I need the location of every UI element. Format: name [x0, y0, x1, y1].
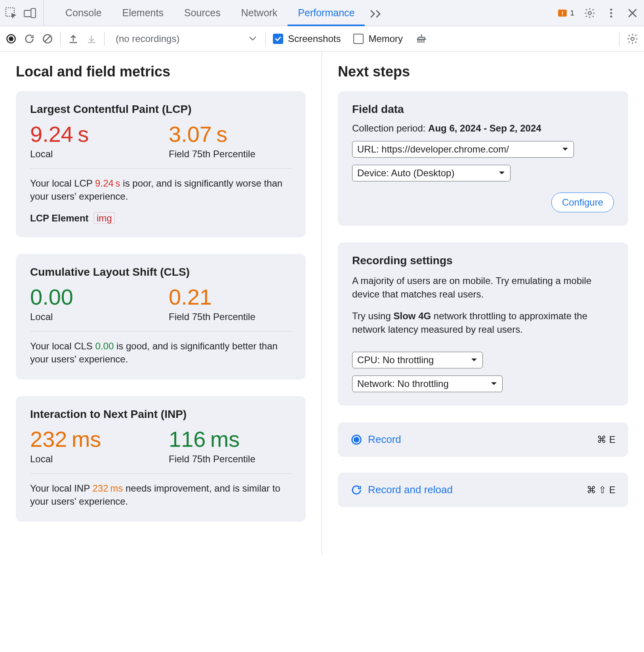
- tabbar-right: 1: [557, 7, 638, 19]
- field-data-title: Field data: [352, 103, 614, 116]
- devtools-tabs: Console Elements Sources Network Perform…: [55, 0, 365, 26]
- metrics-column: Local and field metrics Largest Contentf…: [0, 51, 322, 554]
- lcp-field-value: 3.07 s: [169, 123, 280, 146]
- next-steps-heading: Next steps: [338, 63, 628, 80]
- chevron-down-icon: [249, 36, 257, 42]
- inp-card: Interaction to Next Paint (INP) 232 ms L…: [16, 396, 306, 522]
- record-reload-shortcut: ⌘ ⇧ E: [587, 484, 615, 496]
- svg-point-8: [610, 12, 612, 14]
- tabbar-left-tools: [5, 0, 44, 26]
- cls-field-value: 0.21: [169, 286, 280, 309]
- recording-desc-2: Try using Slow 4G network throttling to …: [352, 309, 614, 336]
- cls-local-label: Local: [30, 311, 141, 322]
- lcp-element-row: LCP Element img: [30, 213, 292, 224]
- chevron-down-icon: [562, 147, 569, 152]
- recording-settings-title: Recording settings: [352, 254, 614, 267]
- next-steps-column: Next steps Field data Collection period:…: [322, 51, 644, 554]
- tab-console[interactable]: Console: [55, 0, 112, 26]
- reload-record-icon[interactable]: [24, 33, 35, 44]
- record-reload-action[interactable]: Record and reload: [351, 484, 453, 496]
- lcp-local-label: Local: [30, 149, 141, 160]
- settings-gear-icon[interactable]: [584, 7, 596, 19]
- toolbar-separator: [265, 32, 266, 46]
- clear-icon[interactable]: [42, 33, 53, 44]
- recordings-dropdown[interactable]: (no recordings): [112, 33, 258, 44]
- download-profile-icon[interactable]: [86, 33, 97, 44]
- garbage-collect-icon[interactable]: [415, 33, 427, 45]
- performance-toolbar: (no recordings) Screenshots Memory: [0, 26, 644, 51]
- toolbar-separator: [104, 32, 105, 46]
- close-icon[interactable]: [627, 7, 638, 19]
- toolbar-separator: [619, 32, 619, 46]
- inp-title: Interaction to Next Paint (INP): [30, 408, 292, 421]
- chevron-down-icon: [490, 381, 497, 386]
- inp-local-value: 232 ms: [30, 428, 141, 451]
- record-shortcut: ⌘ E: [597, 434, 615, 445]
- panel-settings-gear-icon[interactable]: [627, 33, 638, 45]
- memory-label: Memory: [368, 33, 403, 44]
- screenshots-label: Screenshots: [288, 33, 341, 44]
- record-reload-action-card: Record and reload ⌘ ⇧ E: [338, 473, 628, 507]
- svg-rect-4: [562, 11, 563, 14]
- cls-card: Cumulative Layout Shift (CLS) 0.00 Local…: [16, 254, 306, 379]
- lcp-local-value: 9.24 s: [30, 123, 141, 146]
- svg-rect-2: [31, 8, 35, 17]
- lcp-card: Largest Contentful Paint (LCP) 9.24 s Lo…: [16, 91, 306, 237]
- svg-rect-5: [562, 14, 563, 15]
- record-button-icon[interactable]: [6, 33, 17, 44]
- toolbar-options: Screenshots Memory: [273, 33, 612, 45]
- record-action[interactable]: Record: [351, 433, 401, 446]
- device-select[interactable]: Device: Auto (Desktop): [352, 165, 511, 181]
- screenshots-checkbox[interactable]: [273, 34, 283, 44]
- main-content: Local and field metrics Largest Contentf…: [0, 51, 644, 554]
- kebab-menu-icon[interactable]: [605, 7, 617, 19]
- issues-count: 1: [570, 9, 574, 17]
- record-action-card: Record ⌘ E: [338, 422, 628, 457]
- tab-network[interactable]: Network: [231, 0, 288, 26]
- svg-point-13: [631, 37, 634, 40]
- cls-local-value: 0.00: [30, 286, 141, 309]
- tab-performance[interactable]: Performance: [288, 0, 365, 26]
- issues-badge[interactable]: 1: [557, 8, 574, 18]
- svg-point-7: [610, 8, 612, 10]
- devtools-tabbar: Console Elements Sources Network Perform…: [0, 0, 644, 26]
- recording-desc-1: A majority of users are on mobile. Try e…: [352, 274, 614, 301]
- lcp-title: Largest Contentful Paint (LCP): [30, 103, 292, 116]
- lcp-description: Your local LCP 9.24 s is poor, and is si…: [30, 177, 292, 203]
- memory-checkbox[interactable]: [353, 34, 364, 44]
- field-data-card: Field data Collection period: Aug 6, 202…: [338, 91, 628, 226]
- lcp-element-tag[interactable]: img: [94, 212, 115, 224]
- network-throttling-select[interactable]: Network: No throttling: [352, 376, 503, 392]
- cls-description: Your local CLS 0.00 is good, and is sign…: [30, 339, 292, 366]
- svg-point-6: [588, 11, 591, 15]
- lcp-field-label: Field 75th Percentile: [169, 149, 280, 160]
- cls-title: Cumulative Layout Shift (CLS): [30, 266, 292, 278]
- device-toolbar-icon[interactable]: [24, 7, 36, 19]
- collection-period: Collection period: Aug 6, 2024 - Sep 2, …: [352, 123, 614, 134]
- inp-local-label: Local: [30, 454, 141, 465]
- svg-point-11: [9, 37, 13, 40]
- more-tabs-icon[interactable]: [370, 8, 383, 18]
- recording-settings-card: Recording settings A majority of users a…: [338, 242, 628, 406]
- cpu-throttling-select[interactable]: CPU: No throttling: [352, 352, 483, 368]
- inp-description: Your local INP 232 ms needs improvement,…: [30, 482, 292, 508]
- toolbar-separator: [60, 32, 61, 46]
- chevron-down-icon: [471, 358, 478, 362]
- url-select[interactable]: URL: https://developer.chrome.com/: [352, 141, 574, 158]
- inp-field-value: 116 ms: [169, 428, 280, 451]
- cls-field-label: Field 75th Percentile: [169, 311, 280, 322]
- svg-point-9: [610, 15, 612, 17]
- configure-button[interactable]: Configure: [551, 193, 614, 212]
- inspect-element-icon[interactable]: [5, 7, 17, 19]
- recordings-label: (no recordings): [116, 33, 179, 44]
- inp-field-label: Field 75th Percentile: [169, 454, 280, 465]
- tab-elements[interactable]: Elements: [112, 0, 174, 26]
- tab-sources[interactable]: Sources: [174, 0, 231, 26]
- metrics-heading: Local and field metrics: [16, 63, 306, 80]
- upload-profile-icon[interactable]: [68, 33, 79, 44]
- svg-point-15: [354, 437, 358, 442]
- chevron-down-icon: [498, 171, 505, 175]
